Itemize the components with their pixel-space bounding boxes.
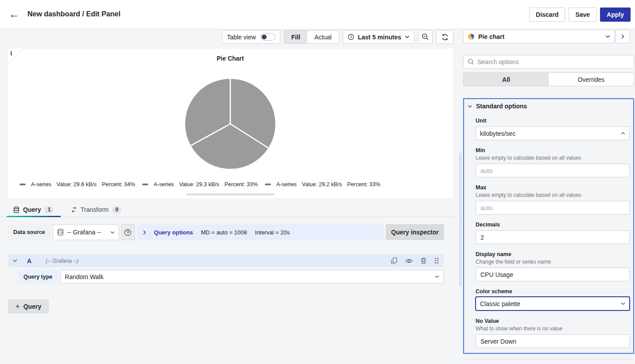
visualization-select[interactable]: Pie chart: [463, 30, 615, 43]
no-value-description: What to show when there is no value: [476, 326, 562, 332]
max-description: Leave empty to calculate based on all va…: [476, 192, 581, 198]
fill-button[interactable]: Fill: [284, 31, 307, 43]
pie-legend: A-series Value: 29.6 kB/s Percent: 34% A…: [19, 181, 380, 188]
time-range-picker[interactable]: Last 5 minutes: [343, 30, 414, 44]
toggle-knob: [262, 34, 267, 39]
tab-transform-label: Transform: [81, 206, 108, 213]
visualization-name: Pie chart: [478, 33, 504, 40]
tab-transform[interactable]: Transform 0: [65, 203, 128, 217]
search-options-input[interactable]: [477, 58, 630, 65]
chevron-up-icon: [621, 132, 625, 135]
pie-chart[interactable]: [182, 76, 278, 172]
display-name-label: Display name: [476, 251, 511, 257]
legend-value: Value: 29.6 kB/s: [57, 181, 97, 188]
actual-button[interactable]: Actual: [307, 31, 339, 43]
zoom-out-button[interactable]: [418, 30, 433, 44]
table-view-toggle[interactable]: [260, 33, 275, 41]
legend-item[interactable]: A-series Value: 29.2 kB/s Percent: 33%: [265, 181, 380, 188]
time-range-label: Last 5 minutes: [358, 34, 401, 41]
discard-button[interactable]: Discard: [529, 8, 565, 22]
active-tab-underline: [7, 216, 61, 217]
unit-label: Unit: [476, 118, 486, 124]
query-row-actions: [391, 257, 439, 264]
search-icon: [468, 58, 474, 65]
add-query-label: Query: [23, 303, 41, 310]
data-source-value: -- Grafana --: [67, 229, 101, 236]
query-type-value: Random Walk: [65, 273, 103, 280]
legend-percent: Percent: 33%: [225, 181, 258, 188]
database-icon: [13, 207, 19, 213]
horizontal-scrollbar[interactable]: [186, 193, 275, 195]
drag-handle-icon[interactable]: [434, 257, 439, 264]
legend-percent: Percent: 34%: [102, 181, 135, 188]
vertical-scrollbar[interactable]: [459, 153, 462, 286]
data-source-label: Data source: [8, 224, 50, 240]
chevron-down-icon: [621, 302, 625, 305]
transform-count-badge: 0: [112, 206, 121, 214]
chevron-down-icon: [605, 35, 610, 38]
tab-query-label: Query: [23, 206, 41, 213]
add-query-button[interactable]: + Query: [8, 299, 49, 314]
options-filter-tabs: All Overrides: [463, 73, 634, 86]
query-count-badge: 1: [44, 206, 54, 214]
apply-button[interactable]: Apply: [600, 8, 631, 22]
legend-marker-icon: [142, 184, 148, 185]
data-source-row: Data source -- Grafana -- Query options …: [8, 224, 444, 240]
max-data-points-text: MD = auto = 1008: [201, 229, 247, 236]
query-ref-id: A: [27, 257, 31, 264]
delete-query-trash-icon[interactable]: [421, 257, 426, 264]
refresh-button[interactable]: [436, 30, 453, 44]
min-input[interactable]: [476, 164, 630, 177]
unit-select[interactable]: kilobytes/sec: [476, 126, 630, 140]
legend-series-name: A-series: [276, 181, 297, 188]
query-row-header[interactable]: A (-- Grafana --): [8, 254, 444, 267]
header-actions: Discard Save Apply: [529, 8, 631, 22]
tab-all[interactable]: All: [464, 73, 549, 86]
query-options-bar[interactable]: Query options MD = auto = 1008 Interval …: [137, 224, 383, 240]
pie-chart-viz-icon: [468, 33, 475, 40]
transform-icon: [71, 207, 77, 213]
chevron-right-icon: [143, 230, 146, 235]
data-source-help-button[interactable]: [121, 224, 135, 240]
legend-series-name: A-series: [154, 181, 174, 188]
decimals-input[interactable]: [476, 230, 630, 244]
table-view-label: Table view: [227, 34, 256, 41]
legend-marker-icon: [19, 184, 26, 185]
max-input[interactable]: [476, 201, 630, 215]
collapse-options-pane-button[interactable]: [616, 30, 630, 43]
standard-options-section-header[interactable]: Standard options: [468, 103, 527, 110]
legend-series-name: A-series: [31, 181, 51, 188]
chevron-down-icon: [435, 275, 439, 278]
save-button[interactable]: Save: [569, 8, 596, 22]
no-value-input[interactable]: [476, 334, 630, 348]
standard-options-title: Standard options: [476, 103, 527, 110]
duplicate-query-icon[interactable]: [391, 257, 397, 264]
chevron-down-icon: [405, 35, 410, 38]
fill-actual-group: Fill Actual: [284, 30, 339, 44]
legend-value: Value: 29.2 kB/s: [302, 181, 342, 188]
table-view-control: Table view: [222, 30, 280, 44]
chevron-down-icon[interactable]: [13, 259, 17, 262]
display-name-input[interactable]: [476, 268, 630, 281]
visualization-panel: i Pie Chart A-series Value: 29.6 kB/s Pe…: [8, 49, 453, 198]
color-scheme-select[interactable]: Classic palette: [475, 296, 630, 311]
decimals-label: Decimals: [476, 222, 500, 228]
database-icon: [57, 229, 64, 236]
query-options-label: Query options: [154, 229, 193, 236]
legend-marker-icon: [265, 184, 271, 185]
query-inspector-button[interactable]: Query inspector: [386, 224, 444, 240]
legend-item[interactable]: A-series Value: 29.3 kB/s Percent: 33%: [142, 181, 258, 188]
app-header: ← New dashboard / Edit Panel Discard Sav…: [0, 0, 635, 29]
data-source-select[interactable]: -- Grafana --: [53, 224, 119, 240]
options-search: [463, 55, 634, 69]
legend-item[interactable]: A-series Value: 29.6 kB/s Percent: 34%: [19, 181, 135, 188]
clock-icon: [348, 34, 354, 40]
hide-response-eye-icon[interactable]: [405, 258, 413, 264]
back-button[interactable]: ←: [9, 8, 19, 20]
min-description: Leave empty to calculate based on all va…: [476, 155, 581, 161]
tab-overrides[interactable]: Overrides: [549, 73, 634, 86]
query-type-select[interactable]: Random Walk: [60, 270, 444, 284]
tab-query[interactable]: Query 1: [7, 203, 61, 217]
interval-text: Interval = 20s: [255, 229, 290, 236]
max-label: Max: [476, 184, 486, 191]
